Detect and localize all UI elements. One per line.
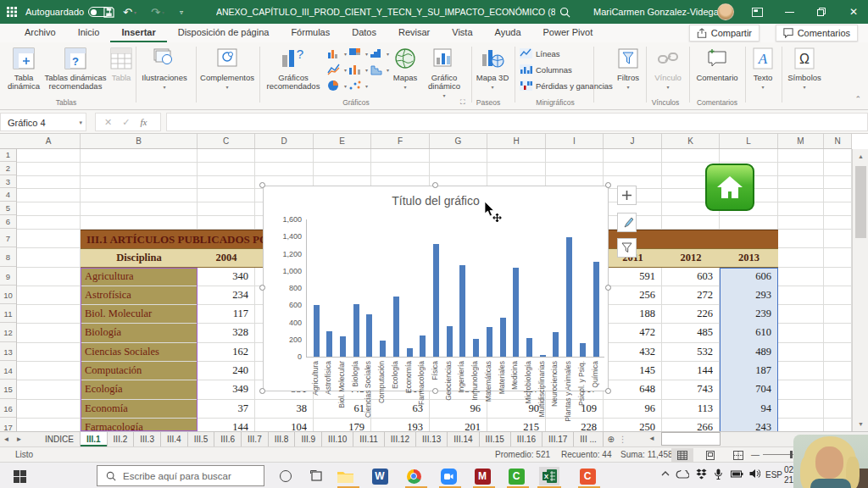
value-cell[interactable]: 145 xyxy=(604,362,655,380)
filters-button[interactable]: Filtros▾ xyxy=(606,46,650,92)
chart-bar[interactable] xyxy=(326,331,332,357)
share-button[interactable]: Compartir xyxy=(689,25,760,42)
chart-selection-handle[interactable] xyxy=(259,285,265,291)
chart-bar[interactable] xyxy=(540,355,546,357)
chart-elements-button[interactable] xyxy=(617,186,637,205)
chart-type-icon[interactable]: ▾ xyxy=(327,47,347,61)
column-header-K[interactable]: K xyxy=(662,134,720,148)
close-button[interactable]: ✕ xyxy=(841,0,866,24)
menu-tab-revisar[interactable]: Revisar xyxy=(387,24,441,42)
value-cell[interactable]: 104 xyxy=(255,419,307,431)
chart-type-icon[interactable]: ▾ xyxy=(327,64,347,77)
row-header-12[interactable]: 12 xyxy=(0,324,16,341)
sheet-tab-indice[interactable]: INDICE xyxy=(39,432,81,446)
zoom-slider-thumb[interactable] xyxy=(790,451,793,458)
sheet-tab-iii-7[interactable]: III.7 xyxy=(242,432,269,446)
chart-bar[interactable] xyxy=(593,262,599,357)
fx-icon[interactable]: fx xyxy=(140,117,147,127)
avatar[interactable] xyxy=(717,0,734,24)
task-view-icon[interactable] xyxy=(307,467,326,485)
value-cell[interactable]: 179 xyxy=(314,419,364,431)
scroll-up-arrow[interactable]: ▲ xyxy=(853,149,868,164)
row-header-2[interactable]: 2 xyxy=(0,163,16,175)
sheet-tab-iii-8[interactable]: III.8 xyxy=(269,432,296,446)
row-header-6[interactable]: 6 xyxy=(0,216,16,229)
menu-tab-inicio[interactable]: Inicio xyxy=(67,24,111,42)
chart-bar[interactable] xyxy=(526,338,532,357)
language-indicator[interactable]: ESP xyxy=(765,470,782,480)
row-header-3[interactable]: 3 xyxy=(0,176,16,189)
cortana-icon[interactable] xyxy=(276,467,295,485)
chart-bar[interactable] xyxy=(513,268,519,357)
value-cell[interactable]: 610 xyxy=(720,324,771,341)
sheet-tab-iii-16[interactable]: III.16 xyxy=(511,432,542,446)
start-button[interactable] xyxy=(10,467,29,485)
sheet-tab-iii-5[interactable]: III.5 xyxy=(188,432,215,446)
chart-object[interactable]: Título del gráfico1,6001,4001,2001,00080… xyxy=(263,186,609,391)
save-button[interactable] xyxy=(103,0,114,24)
chart-bar[interactable] xyxy=(447,326,453,357)
pivot-chart-button[interactable]: Gráfico dinámico▾ xyxy=(422,46,466,100)
chart-type-buttons[interactable]: ▾▾▾▾▾▾▾▾ xyxy=(327,47,388,97)
value-cell[interactable]: 328 xyxy=(198,324,248,341)
file-explorer-icon[interactable] xyxy=(336,467,354,485)
sheet-tab-iii-12[interactable]: III.12 xyxy=(385,432,416,446)
battery-icon[interactable] xyxy=(731,470,743,480)
value-cell[interactable]: 243 xyxy=(720,419,771,431)
moodle-icon[interactable]: M xyxy=(473,467,492,485)
value-cell[interactable]: 349 xyxy=(198,380,248,398)
value-cell[interactable]: 256 xyxy=(604,286,655,304)
chart-bar[interactable] xyxy=(407,348,413,357)
column-header-J[interactable]: J xyxy=(604,134,662,148)
chart-type-icon[interactable]: ▾ xyxy=(348,47,368,61)
table-col-header[interactable]: 2012 xyxy=(662,250,720,265)
value-cell[interactable]: 226 xyxy=(662,305,713,323)
table-button[interactable]: Tabla xyxy=(107,46,136,82)
value-cell[interactable]: 96 xyxy=(430,400,481,418)
column-header-B[interactable]: B xyxy=(81,134,198,148)
sheet-tab-iii-[interactable]: III ... xyxy=(574,432,603,446)
microphone-icon[interactable] xyxy=(715,469,722,481)
recommended-pivot-button[interactable]: ? Tablas dinámicas recomendadas xyxy=(44,46,107,91)
value-cell[interactable]: 489 xyxy=(720,343,771,361)
chart-bar[interactable] xyxy=(314,305,320,357)
row-header-1[interactable]: 1 xyxy=(0,149,16,162)
value-cell[interactable]: 293 xyxy=(720,286,771,304)
sheet-nav-right[interactable]: ► xyxy=(13,432,25,446)
chart-selection-handle[interactable] xyxy=(432,182,438,188)
sparkline-lines-button[interactable]: Líneas xyxy=(520,48,560,58)
row-headers[interactable]: 1234567891011121314151617 xyxy=(0,149,17,431)
table-col-header[interactable]: Disciplina xyxy=(81,250,198,265)
comment-button[interactable]: Comentario xyxy=(692,46,743,82)
chart-bar[interactable] xyxy=(340,336,346,357)
value-cell[interactable]: 340 xyxy=(198,268,248,286)
normal-view-button[interactable] xyxy=(671,448,693,462)
chart-selection-handle[interactable] xyxy=(432,388,438,394)
menu-tab-power-pivot[interactable]: Power Pivot xyxy=(532,24,604,42)
sheet-tab-iii-3[interactable]: III.3 xyxy=(134,432,161,446)
chart-selection-handle[interactable] xyxy=(605,182,611,188)
chart-title[interactable]: Título del gráfico xyxy=(264,194,608,208)
chart-bar[interactable] xyxy=(500,318,506,357)
chart-bar[interactable] xyxy=(420,336,426,357)
sheet-nav-left[interactable]: ◄ xyxy=(0,432,13,446)
value-cell[interactable]: 144 xyxy=(662,362,713,380)
value-cell[interactable]: 239 xyxy=(720,305,771,323)
vertical-scrollbar[interactable]: ▲ ▼ xyxy=(852,149,868,431)
value-cell[interactable]: 606 xyxy=(720,268,771,286)
illustrations-button[interactable]: Ilustraciones▾ xyxy=(138,46,191,92)
menu-tab-vista[interactable]: Vista xyxy=(441,24,483,42)
value-cell[interactable]: 250 xyxy=(604,419,655,431)
zoom-app-icon[interactable] xyxy=(439,467,458,485)
chart-bar[interactable] xyxy=(393,297,399,357)
autosave-toggle[interactable]: Autoguardado xyxy=(25,0,110,24)
ribbon-display-button[interactable] xyxy=(744,0,770,24)
value-cell[interactable]: 113 xyxy=(662,400,713,418)
sheet-tab-iii-1[interactable]: III.1 xyxy=(81,432,108,446)
chart-type-icon[interactable]: ▾ xyxy=(348,80,368,93)
chart-type-icon[interactable]: ▾ xyxy=(370,64,389,77)
value-cell[interactable]: 743 xyxy=(662,380,713,398)
value-cell[interactable]: 201 xyxy=(430,419,481,431)
zoom-out-button[interactable]: — xyxy=(751,447,760,462)
value-cell[interactable]: 704 xyxy=(720,380,771,398)
